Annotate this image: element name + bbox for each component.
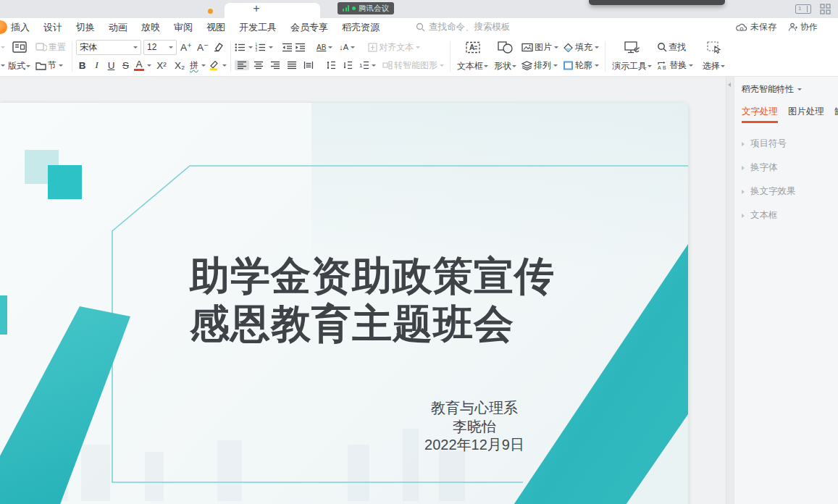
- bold-button[interactable]: B: [76, 60, 88, 71]
- slide-subtitle[interactable]: 教育与心理系 李晓怡 2022年12月9日: [366, 399, 583, 455]
- collaborate-button[interactable]: 协作: [788, 21, 818, 33]
- document-tab-bar: + 腾讯会议 1: [0, 0, 838, 18]
- increase-indent-icon[interactable]: [295, 43, 306, 52]
- decrease-font-button[interactable]: A⁻: [196, 41, 210, 53]
- line-options-button[interactable]: 1: [357, 60, 378, 70]
- section-icon: [35, 61, 46, 70]
- menu-docer-resources[interactable]: 稻壳资源: [342, 21, 380, 34]
- tencent-meeting-badge[interactable]: 腾讯会议: [338, 2, 394, 14]
- clear-format-icon[interactable]: [212, 42, 224, 52]
- shapes-button[interactable]: 形状: [491, 39, 519, 74]
- outline-icon: [563, 61, 574, 70]
- distribute-button[interactable]: [301, 60, 316, 70]
- window-layout-icon[interactable]: 1: [795, 4, 811, 14]
- editing-canvas[interactable]: 助学金资助政策宣传 感恩教育主题班会 教育与心理系 李晓怡 2022年12月9日: [0, 77, 726, 504]
- menu-developer[interactable]: 开发工具: [239, 21, 277, 34]
- line-spacing-icon: [326, 61, 336, 70]
- highlight-chevron[interactable]: [222, 64, 227, 67]
- phonetic-chevron[interactable]: [201, 64, 206, 67]
- panel-tab-image-processing[interactable]: 图片处理: [788, 106, 824, 123]
- textbox-button[interactable]: A 文本框: [454, 39, 491, 74]
- reset-button[interactable]: 重置: [33, 39, 68, 56]
- font-name-combo[interactable]: 宋体: [76, 40, 141, 55]
- outline-button[interactable]: 轮廓: [561, 57, 601, 74]
- subscript-button[interactable]: X₂: [172, 60, 188, 71]
- docer-smart-panel: 稻壳智能特性 文字处理 图片处理 缺失字体 项目符号 换字体 换文字效果 文本框: [734, 77, 838, 504]
- meeting-floating-bar[interactable]: [589, 0, 725, 5]
- fill-icon: [563, 43, 574, 52]
- panel-title-dropdown[interactable]: 稻壳智能特性: [742, 83, 838, 96]
- fill-label: 填充: [575, 41, 592, 54]
- text-direction-button[interactable]: AB: [314, 43, 335, 52]
- panel-item-label: 文本框: [750, 209, 778, 222]
- menu-view[interactable]: 视图: [206, 21, 225, 34]
- font-color-chevron[interactable]: [147, 64, 151, 67]
- highlight-pen-icon[interactable]: [208, 60, 219, 70]
- select-button[interactable]: 选择: [700, 39, 728, 74]
- picture-label: 图片: [535, 41, 552, 54]
- menu-membership[interactable]: 会员专享: [290, 21, 328, 34]
- numbered-list-icon[interactable]: 123: [255, 43, 266, 52]
- bullet-list-icon[interactable]: [235, 43, 246, 52]
- arrange-label: 排列: [534, 59, 551, 72]
- slide-layout-button[interactable]: 版式: [5, 39, 33, 74]
- menu-slideshow[interactable]: 放映: [141, 21, 160, 34]
- signal-bars-icon: [343, 5, 349, 12]
- align-center-button[interactable]: [251, 60, 266, 70]
- select-icon: [706, 41, 722, 54]
- active-document-tab[interactable]: [225, 3, 320, 18]
- save-status[interactable]: 未保存: [736, 21, 776, 33]
- italic-button[interactable]: I: [91, 59, 103, 71]
- panel-item-textbox[interactable]: 文本框: [742, 203, 838, 227]
- slide-1[interactable]: 助学金资助政策宣传 感恩教育主题班会 教育与心理系 李晓怡 2022年12月9日: [0, 103, 688, 504]
- fill-button[interactable]: 填充: [561, 39, 601, 56]
- presentation-tools-icon: [624, 41, 641, 54]
- increase-font-button[interactable]: A⁺: [179, 41, 193, 53]
- phonetic-guide-button[interactable]: 拼: [190, 59, 198, 72]
- menu-review[interactable]: 审阅: [174, 21, 193, 34]
- panel-item-change-font[interactable]: 换字体: [742, 156, 838, 180]
- panel-item-text-effects[interactable]: 换文字效果: [742, 180, 838, 203]
- decrease-indent-icon[interactable]: [282, 43, 293, 52]
- workspace-grid-icon[interactable]: [820, 4, 831, 14]
- presentation-tools-button[interactable]: 演示工具: [609, 39, 655, 74]
- meeting-badge-label: 腾讯会议: [359, 4, 389, 14]
- menu-insert[interactable]: 插入: [11, 21, 30, 34]
- arrange-button[interactable]: 排列: [519, 57, 561, 74]
- search-placeholder: 查找命令、搜索模板: [429, 21, 511, 33]
- picture-icon: [521, 43, 533, 52]
- replace-button[interactable]: AB 替换: [655, 57, 695, 74]
- textbox-label: 文本框: [457, 60, 483, 72]
- panel-tab-missing-fonts[interactable]: 缺失字体: [834, 106, 838, 123]
- convert-smartart-button[interactable]: 转智能图形: [380, 59, 446, 72]
- text-orientation-button[interactable]: ↓A: [337, 42, 357, 52]
- superscript-button[interactable]: X²: [154, 60, 169, 71]
- strikethrough-button[interactable]: S: [120, 60, 132, 71]
- panel-item-bullets[interactable]: 项目符号: [742, 132, 838, 156]
- command-search-box[interactable]: 查找命令、搜索模板: [416, 21, 511, 33]
- section-button[interactable]: 节: [33, 57, 68, 74]
- align-text-icon: [368, 43, 377, 52]
- textbox-icon: A: [465, 41, 481, 54]
- menu-animation[interactable]: 动画: [109, 21, 127, 34]
- paragraph-spacing-button[interactable]: [340, 60, 355, 70]
- panel-tab-text-processing[interactable]: 文字处理: [742, 106, 778, 123]
- font-color-button[interactable]: A: [134, 60, 144, 71]
- find-button[interactable]: 查找: [655, 39, 695, 56]
- slide-dept: 教育与心理系: [366, 399, 583, 418]
- font-size-combo[interactable]: 12: [143, 40, 177, 55]
- picture-button[interactable]: 图片: [519, 39, 561, 56]
- panel-collapse-strip[interactable]: [726, 77, 734, 504]
- new-tab-button[interactable]: +: [249, 1, 264, 16]
- app-logo-icon[interactable]: [0, 20, 7, 34]
- justify-button[interactable]: [285, 60, 299, 70]
- menu-design[interactable]: 设计: [43, 21, 62, 34]
- align-left-button[interactable]: [235, 60, 249, 70]
- menu-transition[interactable]: 切换: [76, 21, 95, 34]
- align-text-button[interactable]: 对齐文本: [366, 41, 422, 54]
- align-right-button[interactable]: [268, 60, 282, 70]
- underline-button[interactable]: U: [105, 60, 117, 71]
- line-spacing-button[interactable]: [324, 60, 338, 70]
- slide-title[interactable]: 助学金资助政策宣传 感恩教育主题班会: [190, 252, 555, 348]
- search-icon: [416, 22, 425, 32]
